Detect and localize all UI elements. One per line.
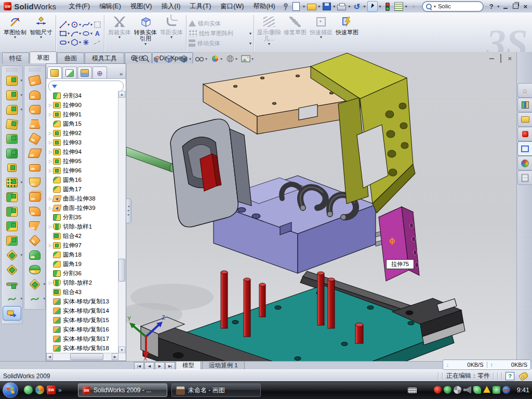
features-tool-button[interactable] — [2, 277, 22, 291]
propertymanager-tab[interactable] — [62, 66, 77, 78]
panel-splitter-handle[interactable]: ◂▸▸ — [126, 198, 131, 223]
features-tool-button[interactable] — [2, 161, 22, 175]
view-palette-tab[interactable] — [517, 141, 532, 156]
scene-icon[interactable]: ▾ — [241, 55, 254, 63]
toolbar-overflow-icon[interactable]: ⁘ — [409, 2, 419, 11]
menu-insert[interactable]: 插入(I) — [157, 1, 185, 12]
quick-launch-media-icon[interactable] — [35, 385, 44, 394]
mold-tool-button[interactable]: ▾ — [24, 277, 45, 291]
toolbar-grip[interactable] — [29, 69, 41, 71]
graphics-area[interactable]: ϕ — [126, 52, 517, 361]
input-keyboard-icon[interactable] — [408, 388, 417, 393]
tree-item[interactable]: ▷拉伸96 — [46, 166, 118, 175]
display-style-icon[interactable]: ▾ — [180, 55, 192, 63]
render-icon[interactable]: ▾ — [226, 55, 238, 63]
tray-health-icon[interactable] — [493, 386, 500, 394]
select-dropdown[interactable]: ▾ — [379, 4, 381, 9]
quick-launch-overflow-chevron[interactable]: » — [58, 387, 62, 395]
doc-restore-icon[interactable] — [500, 55, 501, 62]
zoom-area-icon[interactable]: + — [142, 55, 150, 63]
start-button[interactable] — [3, 382, 18, 398]
instant3d-button[interactable] — [3, 306, 21, 321]
tree-item[interactable]: ▷切除-放样1 — [46, 222, 118, 231]
tree-item[interactable]: 圆角17 — [46, 184, 118, 194]
3d-model[interactable]: ϕ — [126, 52, 517, 361]
tab-mold-tools[interactable]: 模具工具 — [85, 52, 124, 63]
move-dropdown[interactable]: ▾ — [249, 41, 251, 46]
expand-arrow[interactable]: ▷ — [48, 281, 53, 285]
expand-arrow[interactable]: ▷ — [48, 103, 53, 108]
ellipse-icon[interactable]: ▾ — [82, 30, 93, 37]
tree-item[interactable]: ▷曲面-拉伸38 — [46, 194, 118, 203]
features-tool-button[interactable]: ▾ — [2, 88, 22, 102]
mold-tool-button[interactable]: ▾ — [24, 291, 45, 306]
features-tool-button[interactable] — [2, 131, 22, 146]
mold-tool-button[interactable] — [24, 219, 45, 233]
expand-arrow[interactable]: ▷ — [48, 150, 53, 154]
line-icon[interactable]: ▾ — [59, 21, 70, 29]
tree-item[interactable]: ▷拉伸95 — [46, 156, 118, 166]
rectangle-icon[interactable]: ▾ — [59, 30, 70, 37]
features-tool-button[interactable]: ▾ — [2, 248, 22, 262]
scroll-up-icon[interactable]: ▲ — [118, 91, 125, 98]
search-scope-dropdown[interactable]: ▾ — [434, 4, 436, 9]
tree-item[interactable]: 实体-移动/复制17 — [46, 334, 118, 343]
centerline-icon[interactable] — [94, 38, 101, 46]
configurationmanager-tab[interactable] — [77, 66, 92, 78]
quick-launch-messenger-icon[interactable] — [24, 385, 33, 394]
quick-tips-button[interactable]: ? — [506, 372, 514, 380]
sketch-button[interactable]: 草图绘制 ▾ — [2, 14, 28, 53]
taskbar-clock[interactable]: 9:41 — [517, 387, 529, 394]
tree-item[interactable]: 圆角19 — [46, 259, 118, 269]
menu-window[interactable]: 窗口(W) — [216, 1, 248, 12]
motion-study-tab[interactable]: 运动算例 1 — [202, 362, 245, 370]
tree-item[interactable]: 分割35 — [46, 212, 118, 222]
close-button[interactable]: × — [521, 2, 530, 10]
scroll-thumb[interactable] — [118, 259, 125, 282]
menu-view[interactable]: 视图(V) — [126, 1, 156, 12]
rapid-sketch-button[interactable]: 快速草图 — [334, 14, 360, 53]
smart-dimension-button[interactable]: 智能尺寸 ▾ — [28, 14, 54, 53]
print-icon[interactable] — [337, 2, 347, 11]
design-library-tab[interactable] — [517, 98, 532, 112]
mold-tool-button[interactable] — [24, 88, 45, 102]
features-tool-button[interactable] — [2, 146, 22, 161]
tree-item[interactable]: ▷拉伸90 — [46, 100, 118, 110]
expand-arrow[interactable]: ▷ — [48, 131, 53, 136]
expand-arrow[interactable]: ▷ — [48, 140, 53, 145]
menu-help[interactable]: 帮助(H) — [249, 1, 279, 12]
tree-item[interactable]: 组合42 — [46, 231, 118, 241]
tray-warning-icon[interactable] — [483, 386, 490, 393]
offset-dropdown[interactable]: ▾ — [170, 35, 172, 40]
menu-file[interactable]: 文件(F) — [64, 1, 94, 12]
doc-minimize-icon[interactable] — [489, 58, 494, 59]
polygon-icon[interactable]: ▾ — [71, 38, 82, 46]
mold-tool-button[interactable] — [24, 233, 45, 248]
features-tool-button[interactable] — [2, 204, 22, 219]
smart-dimension-dropdown[interactable]: ▾ — [40, 35, 42, 40]
toolbar-grip[interactable] — [6, 69, 18, 71]
scroll-right-icon[interactable]: ▶ — [112, 353, 118, 360]
convert-entities-button[interactable]: 转换实体引用 ▾ — [132, 14, 158, 53]
tree-horizontal-scrollbar[interactable]: ◀ ▶ — [46, 353, 126, 361]
linear-pattern-button[interactable]: 线性草图阵列 ▾ — [189, 30, 252, 37]
tray-messenger-icon[interactable] — [473, 386, 481, 394]
file-explorer-tab[interactable] — [517, 112, 532, 127]
tray-shield-icon[interactable] — [444, 386, 451, 394]
search-box[interactable]: ▾ Solic — [422, 1, 484, 12]
quick-launch-solidworks-icon[interactable]: SW — [47, 385, 56, 394]
selection-box-icon[interactable] — [94, 21, 101, 29]
expand-arrow[interactable]: ▷ — [48, 112, 53, 117]
tree-item[interactable]: 圆角18 — [46, 250, 118, 259]
options-list-icon[interactable] — [394, 2, 404, 11]
menu-tools[interactable]: 工具(T) — [185, 1, 215, 12]
previous-tab-button[interactable]: ◀ — [144, 362, 154, 370]
minimize-button[interactable] — [501, 2, 510, 10]
circle-icon[interactable]: ▾ — [71, 21, 82, 29]
appearance-traffic-icon[interactable] — [383, 2, 393, 11]
save-dropdown[interactable]: ▾ — [333, 4, 335, 9]
mold-tool-button[interactable] — [24, 248, 45, 262]
display-delete-dropdown[interactable]: ▾ — [268, 42, 270, 47]
help-dropdown[interactable]: ▾ — [497, 4, 499, 9]
new-dropdown[interactable]: ▾ — [303, 4, 305, 9]
